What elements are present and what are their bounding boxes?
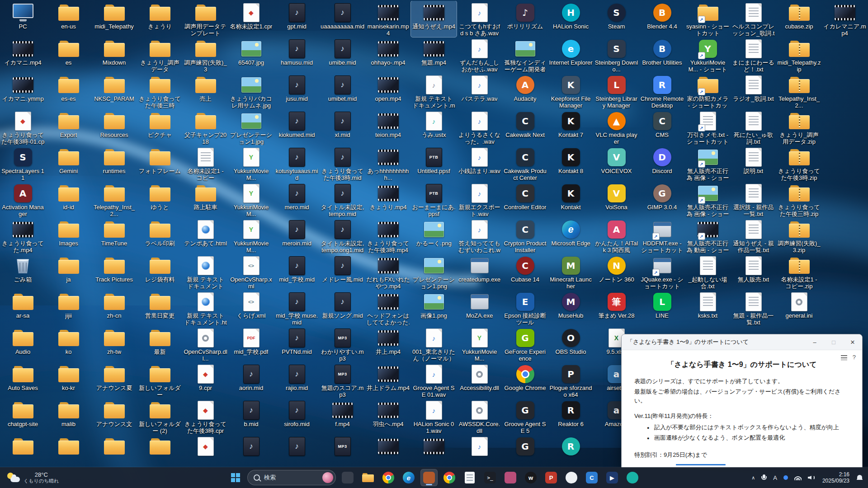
desktop-icon[interactable]: TimeTune — [91, 218, 137, 254]
desktop-icon[interactable]: アナウンス文 — [91, 399, 137, 435]
desktop-icon[interactable]: <>OpenCvSharp.xml — [228, 254, 274, 290]
desktop-icon[interactable]: きょうり_調声用データ.zip — [776, 109, 822, 145]
chrome-browser-icon[interactable] — [380, 469, 397, 486]
desktop-icon[interactable]: ↗無人販売不正行為 画像 - ショートカット — [685, 182, 731, 218]
desktop-icon[interactable] — [0, 435, 46, 468]
weather-widget[interactable]: 28°C くもりのち晴れ — [3, 467, 64, 488]
notepad-app-icon[interactable] — [461, 469, 478, 486]
dark-round-app-icon[interactable]: w — [522, 469, 539, 486]
volume-icon[interactable] — [805, 469, 818, 486]
desktop-icon[interactable]: きょうり食ってた午後三時.zip — [776, 182, 822, 218]
desktop-icon[interactable]: EEpson 接続診断ツール — [502, 290, 548, 326]
desktop-icon[interactable]: Telepathy_Inst_2... — [91, 182, 137, 218]
desktop-icon[interactable]: ◆きょうり食ってた午後3時.cpr — [183, 399, 228, 435]
desktop-icon[interactable]: 65407.jpg — [228, 37, 274, 73]
desktop-icon[interactable]: ◆きょうり食ってた午後3時-01.cpr — [0, 109, 46, 145]
desktop-icon[interactable]: midi_Telepathy.zip — [776, 37, 822, 73]
desktop-icon[interactable]: 無題 - 親作品一覧.txt — [731, 290, 776, 326]
desktop-icon[interactable]: zh-cn — [91, 290, 137, 326]
desktop-icon[interactable]: ♪答え知っててもむずいわこれ.wav — [457, 218, 502, 254]
desktop-icon[interactable]: ♪ずんだもん_しおかせふ.wav — [457, 37, 502, 73]
active-window-app-icon[interactable] — [420, 469, 438, 486]
desktop-icon[interactable]: ♪mid_学校.mid — [274, 254, 320, 290]
desktop-icon[interactable]: chatgpt-site — [0, 399, 46, 435]
close-icon[interactable]: ✕ — [843, 334, 862, 350]
desktop-icon[interactable]: きょうり食ってた午後三時 — [137, 73, 183, 109]
desktop-icon[interactable]: open.mp4 — [365, 73, 411, 109]
desktop-icon[interactable]: ♪aorin.mid — [228, 362, 274, 399]
desktop-icon[interactable]: ♪xl.mid — [320, 109, 365, 145]
desktop-icon[interactable]: ラベル印刷 — [137, 218, 183, 254]
desktop-icon[interactable]: Gemini — [46, 145, 91, 182]
desktop-icon[interactable]: ♪ — [228, 435, 274, 468]
desktop-icon[interactable]: イカマニ.mp4 — [0, 37, 46, 73]
browser-2-icon[interactable] — [441, 469, 458, 486]
desktop-icon[interactable]: CCubase 14 — [502, 254, 548, 290]
desktop-icon[interactable]: cubase.zip — [776, 1, 822, 37]
desktop-icon[interactable] — [46, 435, 91, 468]
desktop-icon[interactable]: 路上駐車 — [183, 182, 228, 218]
desktop-icon[interactable]: ↗家の防犯カメラ - ショートカット — [685, 73, 731, 109]
desktop-icon[interactable]: YYukkuriMovieM... — [457, 326, 502, 362]
desktop-icon[interactable]: Mixdown — [91, 37, 137, 73]
desktop-icon[interactable]: SSpectraLayers 11 — [0, 145, 46, 182]
desktop-icon[interactable]: 説明.txt — [731, 145, 776, 182]
desktop-icon[interactable]: GGroove Agent SE 5 — [502, 399, 548, 435]
desktop-icon[interactable]: 新しいフォルダー (2) — [137, 399, 183, 435]
desktop-icon[interactable]: ♪HALion Sonic 01.wav — [411, 399, 457, 435]
desktop-icon[interactable]: PTBUntitled.ppsf — [411, 145, 457, 182]
desktop-icon[interactable]: 調声用データテンプレート — [183, 1, 228, 37]
desktop-icon[interactable]: きょうり食ってた午後3時.mp4 — [365, 218, 411, 254]
desktop-icon[interactable]: ar-sa — [0, 290, 46, 326]
desktop-icon[interactable]: es — [46, 37, 91, 73]
desktop-icon[interactable]: Audio — [0, 326, 46, 362]
desktop-icon[interactable]: MMinecraft Launcher — [548, 254, 594, 290]
desktop-icon[interactable]: KKeepforest File Manager — [548, 73, 594, 109]
dialog-titlebar[interactable]: 「さよなら手書き 1〜9」のサポートについて – □ ✕ — [622, 334, 862, 350]
desktop-icon[interactable]: ヘルスコンプレッション_歌詞.txt — [731, 1, 776, 37]
desktop-icon[interactable]: まにまにわーるど！.txt — [731, 37, 776, 73]
desktop-icon[interactable]: Telepathy_Inst_2... — [776, 73, 822, 109]
blue-c-app-icon[interactable]: C — [583, 469, 600, 486]
clock[interactable]: 2:16 2025/09/23 — [819, 471, 853, 484]
desktop-icon[interactable]: きょうりバカコレ用サムネ.jpg — [228, 73, 274, 109]
desktop-icon[interactable]: Aかんたん！AITalk 3 関西風 — [594, 218, 639, 254]
desktop-icon[interactable]: MMuseHub — [548, 290, 594, 326]
desktop-icon[interactable]: 新規 テキスト ドキュメント (2).html — [183, 254, 228, 290]
desktop-icon[interactable]: プレゼンテーション1.png — [411, 254, 457, 290]
desktop-icon[interactable]: CCakewalk Product Center — [502, 145, 548, 182]
desktop-icon[interactable]: ♪きょうり食ってた午後3時.mid — [320, 145, 365, 182]
desktop-icon[interactable]: Nノートン 360 — [594, 254, 639, 290]
terminal-app-icon[interactable]: >_ — [481, 469, 499, 486]
desktop-icon[interactable] — [137, 435, 183, 468]
desktop-icon[interactable]: manisekarin.mp4 — [365, 1, 411, 37]
desktop-icon[interactable]: ラジオ_歌詞.txt — [731, 73, 776, 109]
microphone-icon[interactable] — [759, 469, 769, 486]
desktop-icon[interactable]: 無題.mp4 — [411, 37, 457, 73]
desktop-icon[interactable]: MP3 — [320, 435, 365, 468]
desktop-icon[interactable]: f.mp4 — [320, 399, 365, 435]
desktop-icon[interactable]: ♪メドレー風.mid — [320, 254, 365, 290]
desktop-icon[interactable]: malib — [46, 399, 91, 435]
desktop-icon[interactable]: RReaktor 6 — [548, 399, 594, 435]
desktop-icon[interactable]: 死にたい_ゅ歌詞.txt — [731, 109, 776, 145]
desktop-icon[interactable]: ko — [46, 326, 91, 362]
desktop-icon[interactable]: ↗syasinn - ショートカット — [685, 1, 731, 37]
desktop-icon[interactable]: Auto Saves — [0, 362, 46, 399]
desktop-icon[interactable]: ♪ — [274, 435, 320, 468]
pink-app-icon[interactable] — [502, 469, 519, 486]
desktop-icon[interactable]: YYukkuriMovieM... — [228, 182, 274, 218]
desktop-icon[interactable]: ♪umibe.mid — [320, 37, 365, 73]
desktop-icon[interactable]: 井上ドラム.mp4 — [365, 362, 411, 399]
white-round-app-icon[interactable] — [563, 469, 580, 486]
maximize-icon[interactable]: □ — [824, 334, 843, 350]
desktop-icon[interactable]: midi_Telepathy — [91, 1, 137, 37]
desktop-icon[interactable]: MP3無題のスコア.mp3 — [320, 362, 365, 399]
partial-link[interactable] — [676, 464, 726, 465]
desktop-icon[interactable]: ♪b.mid — [228, 399, 274, 435]
desktop-icon[interactable]: きょうり食ってた午後3時.zip — [776, 145, 822, 182]
desktop-icon[interactable]: ♪jusu.mid — [274, 73, 320, 109]
desktop-icon[interactable]: ko-kr — [46, 362, 91, 399]
desktop-icon[interactable]: ja — [46, 254, 91, 290]
desktop-icon[interactable]: 孤独なインディーゲーム開発者の一生… — [502, 37, 548, 73]
